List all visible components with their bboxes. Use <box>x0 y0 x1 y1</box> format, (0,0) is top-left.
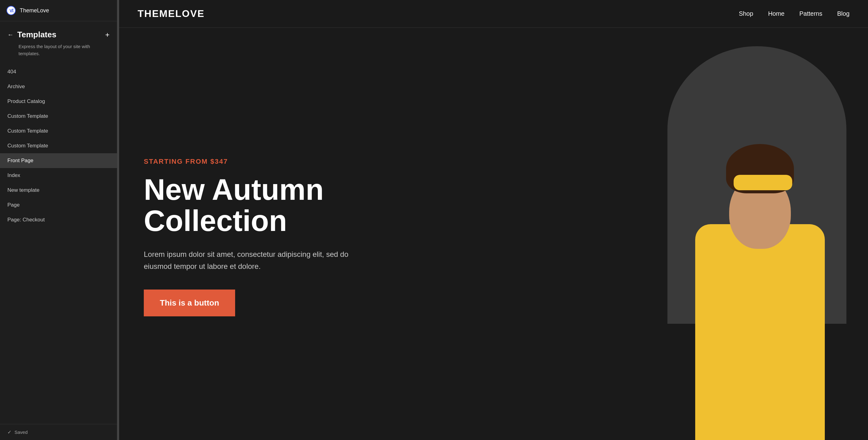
wordpress-logo-icon <box>6 5 16 15</box>
hero-title: New Autumn Collection <box>144 174 627 237</box>
sidebar-item-custom-template-1[interactable]: Custom Template <box>0 109 117 124</box>
hero-section: Starting from $347 New Autumn Collection… <box>119 28 868 440</box>
hero-subtitle: Starting from $347 <box>144 158 627 166</box>
sidebar-item-archive[interactable]: Archive <box>0 79 117 94</box>
sidebar: ThemeLove ← Templates + Express the layo… <box>0 0 117 440</box>
hero-title-line2: Collection <box>144 204 287 237</box>
sidebar-item-custom-template-2[interactable]: Custom Template <box>0 124 117 138</box>
sidebar-item-404[interactable]: 404 <box>0 64 117 79</box>
saved-status-label: Saved <box>14 430 28 435</box>
sidebar-footer: ✓ Saved <box>0 424 117 440</box>
hero-cta-button[interactable]: This is a button <box>144 290 235 316</box>
sidebar-topbar: ThemeLove <box>0 0 117 21</box>
person-figure <box>671 156 849 440</box>
preview-area: THEMELOVE ShopHomePatternsBlog Starting … <box>119 0 868 440</box>
hero-title-line1: New Autumn <box>144 173 324 206</box>
sidebar-item-index[interactable]: Index <box>0 168 117 183</box>
saved-check-icon: ✓ <box>7 429 11 435</box>
add-template-button[interactable]: + <box>105 31 110 38</box>
sidebar-item-page[interactable]: Page <box>0 198 117 212</box>
sidebar-item-page-checkout[interactable]: Page: Checkout <box>0 212 117 227</box>
site-name-label: ThemeLove <box>20 7 49 14</box>
preview-navigation: ShopHomePatternsBlog <box>739 10 849 17</box>
sidebar-item-product-catalog[interactable]: Product Catalog <box>0 94 117 109</box>
preview-nav-item-patterns[interactable]: Patterns <box>799 10 822 17</box>
hero-image-area <box>652 28 868 440</box>
person-headband <box>734 175 793 190</box>
sidebar-header: ← Templates + <box>0 21 117 42</box>
sidebar-description: Express the layout of your site with tem… <box>0 42 117 63</box>
hero-content: Starting from $347 New Autumn Collection… <box>119 28 652 440</box>
sidebar-item-front-page[interactable]: Front Page <box>0 153 117 168</box>
preview-nav-item-home[interactable]: Home <box>768 10 784 17</box>
preview-header: THEMELOVE ShopHomePatternsBlog <box>119 0 868 28</box>
sidebar-item-custom-template-3[interactable]: Custom Template <box>0 138 117 153</box>
preview-nav-item-blog[interactable]: Blog <box>837 10 849 17</box>
back-button[interactable]: ← <box>7 31 13 38</box>
plus-icon: + <box>105 31 110 39</box>
preview-site-logo: THEMELOVE <box>137 8 205 20</box>
sidebar-title: Templates <box>17 30 105 39</box>
preview-nav-item-shop[interactable]: Shop <box>739 10 753 17</box>
person-body <box>695 224 825 440</box>
back-icon: ← <box>7 31 13 38</box>
sidebar-item-new-template[interactable]: New template <box>0 183 117 198</box>
templates-nav: 404ArchiveProduct CatalogCustom Template… <box>0 63 117 424</box>
hero-body-text: Lorem ipsum dolor sit amet, consectetur … <box>144 248 360 272</box>
